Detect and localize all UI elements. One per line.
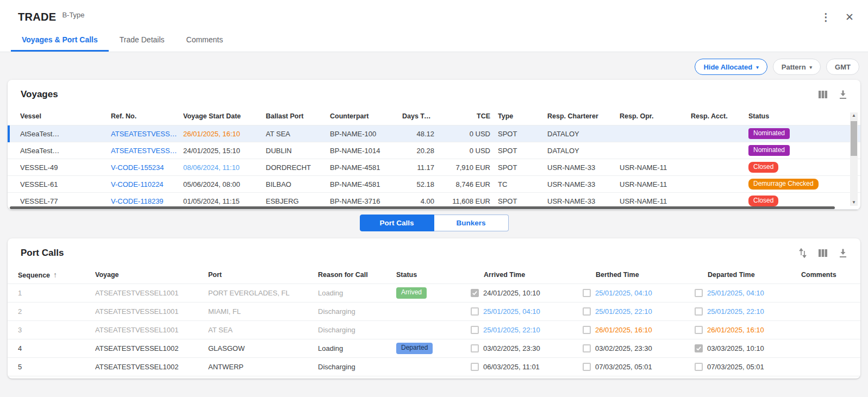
voyage-cell: ATSEATESTVESSEL1001 xyxy=(95,326,208,334)
port-call-row[interactable]: 2ATSEATESTVESSEL1001MIAMI, FLDischarging… xyxy=(8,303,860,321)
tab-trade-details[interactable]: Trade Details xyxy=(109,28,176,52)
col-days-total[interactable]: Days Total xyxy=(402,112,442,120)
download-icon[interactable] xyxy=(839,249,847,258)
col-port[interactable]: Port xyxy=(208,271,318,279)
berthed-time-checkbox[interactable] xyxy=(583,326,591,334)
departed-time-checkbox[interactable] xyxy=(695,326,703,334)
col-voyage[interactable]: Voyage xyxy=(95,271,208,279)
col-comments[interactable]: Comments xyxy=(794,271,850,279)
vertical-scrollbar[interactable]: ▲ ▼ xyxy=(850,112,858,206)
port-call-row[interactable]: 4ATSEATESTVESSEL1002GLASGOWLoadingDepart… xyxy=(8,339,860,358)
col-departed-time[interactable]: Departed Time xyxy=(695,271,794,279)
tce-cell: 11,608 EUR xyxy=(442,197,498,205)
tab-voyages-port-calls[interactable]: Voyages & Port Calls xyxy=(11,28,109,52)
ref-no-link[interactable]: V-CODE-110224 xyxy=(111,180,183,188)
berthed-time-checkbox[interactable] xyxy=(583,289,591,297)
page-title: TRADE xyxy=(18,11,56,23)
col-voyage-start-date[interactable]: Voyage Start Date xyxy=(183,112,266,120)
ref-no-link[interactable]: ATSEATESTVESSEL1002 xyxy=(111,130,183,138)
ref-no-link[interactable]: V-CODE-155234 xyxy=(111,163,183,172)
tce-cell: 7,910 EUR xyxy=(442,163,498,172)
chevron-down-icon: ▾ xyxy=(756,65,759,70)
departed-time-cell: 25/01/2025, 04:10 xyxy=(695,289,794,297)
arrived-time-value: 25/01/2025, 04:10 xyxy=(483,307,540,316)
status-badge: Closed xyxy=(748,162,778,173)
tce-cell: 8,746 EUR xyxy=(442,180,498,188)
col-counterpart[interactable]: Counterpart xyxy=(330,112,402,120)
departed-time-checkbox[interactable] xyxy=(695,344,703,352)
departed-time-cell: 25/01/2025, 22:10 xyxy=(695,307,794,316)
type-cell: SPOT xyxy=(498,130,547,138)
col-reason-for-call[interactable]: Reason for Call xyxy=(318,271,396,279)
bunkers-toggle[interactable]: Bunkers xyxy=(434,215,509,231)
ballast-port-cell: DUBLIN xyxy=(266,147,330,155)
col-type[interactable]: Type xyxy=(498,112,547,120)
arrived-time-value: 03/02/2025, 23:30 xyxy=(483,344,540,352)
tab-comments[interactable]: Comments xyxy=(176,28,234,52)
scroll-down-icon[interactable]: ▼ xyxy=(850,199,858,206)
arrived-time-checkbox[interactable] xyxy=(471,363,479,371)
berthed-time-cell: 07/03/2025, 05:01 xyxy=(583,363,695,371)
gmt-button[interactable]: GMT xyxy=(826,59,859,75)
scroll-up-icon[interactable]: ▲ xyxy=(850,112,858,119)
col-resp-opr[interactable]: Resp. Opr. xyxy=(620,112,691,120)
port-calls-toggle[interactable]: Port Calls xyxy=(360,215,434,231)
col-resp-charterer[interactable]: Resp. Charterer xyxy=(547,112,620,120)
port-call-row[interactable]: 1ATSEATESTVESSEL1001PORT EVERGLADES, FLL… xyxy=(8,284,860,303)
arrived-time-checkbox[interactable] xyxy=(471,344,479,352)
arrived-time-checkbox[interactable] xyxy=(471,289,479,297)
departed-time-cell: 03/03/2025, 10:10 xyxy=(695,344,794,352)
col-status[interactable]: Status xyxy=(748,112,833,120)
resp-charterer-cell: USR-NAME-33 xyxy=(547,197,620,205)
hide-allocated-button[interactable]: Hide Allocated ▾ xyxy=(695,59,767,75)
departed-time-checkbox[interactable] xyxy=(695,363,703,371)
departed-time-checkbox[interactable] xyxy=(695,307,703,316)
col-ref-no[interactable]: Ref. No. xyxy=(111,112,183,120)
col-tce[interactable]: TCE xyxy=(442,112,498,120)
departed-time-checkbox[interactable] xyxy=(695,289,703,297)
columns-icon[interactable] xyxy=(818,249,828,257)
berthed-time-checkbox[interactable] xyxy=(583,307,591,316)
berthed-time-value: 03/02/2025, 23:30 xyxy=(595,344,652,352)
sort-ascending-icon[interactable]: ↑ xyxy=(53,270,57,279)
arrived-time-checkbox[interactable] xyxy=(471,326,479,334)
resp-charterer-cell: USR-NAME-33 xyxy=(547,163,620,172)
voyage-row[interactable]: VESSEL-49V-CODE-15523408/06/2024, 11:10D… xyxy=(8,159,860,176)
port-call-row[interactable]: 5ATSEATESTVESSEL1002ANTWERPDischarging06… xyxy=(8,358,860,376)
port-calls-table-body: 1ATSEATESTVESSEL1001PORT EVERGLADES, FLL… xyxy=(8,284,860,376)
col-status[interactable]: Status xyxy=(396,271,471,279)
berthed-time-value: 07/03/2025, 05:01 xyxy=(595,363,652,371)
pattern-button[interactable]: Pattern ▾ xyxy=(773,59,821,75)
columns-icon[interactable] xyxy=(818,90,828,99)
ref-no-link[interactable]: ATSEATESTVESSEL1001 xyxy=(111,147,183,155)
col-arrived-time[interactable]: Arrived Time xyxy=(471,271,583,279)
counterpart-cell: BP-NAME-4581 xyxy=(330,180,402,188)
gmt-label: GMT xyxy=(835,63,851,71)
status-cell: Arrived xyxy=(396,287,471,298)
berthed-time-value: 26/01/2025, 16:10 xyxy=(595,326,652,334)
voyage-start-date-cell: 01/05/2024, 11:15 xyxy=(183,197,266,205)
kebab-menu-icon[interactable]: ⋮ xyxy=(821,12,831,22)
voyage-row[interactable]: AtSeaTest…ATSEATESTVESSEL100124/01/2025,… xyxy=(8,142,860,159)
download-icon[interactable] xyxy=(839,90,847,99)
status-badge: Demurrage Checked xyxy=(748,179,819,190)
voyage-row[interactable]: VESSEL-61V-CODE-11022405/06/2024, 08:00B… xyxy=(8,176,860,193)
departed-time-value: 25/01/2025, 22:10 xyxy=(707,307,764,316)
ref-no-link[interactable]: V-CODE-118239 xyxy=(111,197,183,205)
close-icon[interactable]: ✕ xyxy=(845,12,854,22)
arrived-time-checkbox[interactable] xyxy=(471,307,479,316)
status-badge: Arrived xyxy=(396,287,427,298)
col-sequence[interactable]: Sequence↑ xyxy=(18,270,95,279)
scrollbar-thumb[interactable] xyxy=(851,121,857,156)
col-ballast-port[interactable]: Ballast Port xyxy=(266,112,330,120)
voyage-row[interactable]: AtSeaTest…ATSEATESTVESSEL100226/01/2025,… xyxy=(8,125,860,142)
sort-icon[interactable] xyxy=(798,248,807,258)
berthed-time-checkbox[interactable] xyxy=(583,363,591,371)
port-call-row[interactable]: 3ATSEATESTVESSEL1001AT SEADischarging25/… xyxy=(8,321,860,339)
berthed-time-checkbox[interactable] xyxy=(583,344,591,352)
col-vessel[interactable]: Vessel xyxy=(20,112,111,120)
col-berthed-time[interactable]: Berthed Time xyxy=(583,271,695,279)
col-resp-acct[interactable]: Resp. Acct. xyxy=(691,112,748,120)
arrived-time-cell: 25/01/2025, 04:10 xyxy=(471,307,583,316)
horizontal-scrollbar[interactable] xyxy=(10,206,835,209)
